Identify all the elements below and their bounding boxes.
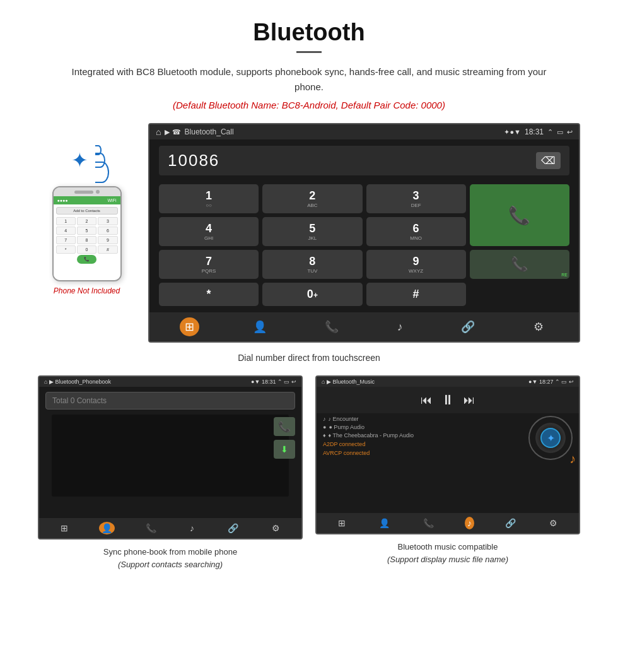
phonebook-empty-list: [52, 415, 289, 497]
music-bottombar: ⊞ 👤 📞 ♪ 🔗 ⚙: [317, 513, 579, 533]
bottom-icon-call-transfer[interactable]: 📞: [320, 317, 344, 336]
bt-status-icon: ✦●▼: [504, 128, 521, 136]
phone-add-contact-btn: Add to Contacts: [56, 207, 118, 215]
next-track-button[interactable]: ⏭: [464, 394, 475, 407]
phone-side: ✦ ●●●● WiFi Add to Contacts: [38, 142, 136, 295]
status-right: ✦●▼ 18:31 ⌃ ▭ ↩: [504, 127, 573, 136]
prev-track-button[interactable]: ⏮: [421, 394, 432, 407]
phone-screen: Add to Contacts 1 2 3 4 5 6 7 8 9 * 0 #: [54, 204, 120, 280]
phone-mockup: ●●●● WiFi Add to Contacts 1 2 3 4 5 6 7 …: [52, 186, 122, 281]
dial-key-6[interactable]: 6MNO: [366, 217, 466, 246]
avrcp-status: AVRCP connected: [323, 450, 523, 456]
screen-title: Bluetooth_Call: [185, 127, 234, 136]
backspace-button[interactable]: ⌫: [536, 152, 561, 169]
music-bottom-music[interactable]: ♪: [465, 517, 474, 529]
phonebook-screen: ⌂ ▶ Bluetooth_Phonebook ●▼ 18:31 ⌃ ▭ ↩ T…: [38, 375, 303, 539]
music-status-right: ●▼ 18:27 ⌃ ▭ ↩: [528, 379, 574, 385]
pb-status-right: ●▼ 18:31 ⌃ ▭ ↩: [251, 379, 296, 385]
pb-status-left: ⌂ ▶ Bluetooth_Phonebook: [44, 379, 111, 385]
phonebook-download-btn[interactable]: ⬇: [274, 440, 295, 459]
phonebook-search-field[interactable]: Total 0 Contacts: [45, 392, 295, 410]
dial-key-1[interactable]: 1○○: [159, 184, 259, 213]
phone-camera-dot: [96, 190, 100, 194]
status-left: ⌂ ▶ ☎ Bluetooth_Call: [156, 127, 234, 137]
phone-key-2: 2: [77, 217, 96, 225]
phonebook-caption-sub: (Support contacts searching): [118, 560, 223, 569]
dial-key-star[interactable]: *: [159, 283, 259, 306]
dial-key-9[interactable]: 9WXYZ: [366, 250, 466, 279]
music-bottom-contacts[interactable]: 👤: [376, 517, 392, 529]
play-pause-button[interactable]: ⏸: [441, 392, 455, 408]
dial-key-0[interactable]: 0+: [262, 283, 362, 306]
pb-bottom-call[interactable]: 📞: [143, 522, 159, 534]
dial-key-7[interactable]: 7PQRS: [159, 250, 259, 279]
phone-top-bar: [54, 187, 120, 196]
bottom-icon-music[interactable]: ♪: [392, 318, 408, 336]
dialer-number: 10086: [168, 151, 219, 170]
pb-bottom-settings[interactable]: ⚙: [269, 522, 283, 534]
phone-key-5: 5: [77, 227, 96, 235]
dial-key-3[interactable]: 3DEF: [366, 184, 466, 213]
dial-key-8[interactable]: 8TUV: [262, 250, 362, 279]
phone-signal: ●●●●: [57, 198, 68, 203]
dial-key-2[interactable]: 2ABC: [262, 184, 362, 213]
music-content: ⏮ ⏸ ⏭ ♪ ♪ Encounter ● ● Pump Aud: [317, 387, 579, 513]
audio-icon: ●: [323, 424, 326, 430]
expand-icon: ⌃: [547, 128, 553, 136]
bottom-icon-link[interactable]: 🔗: [456, 317, 480, 336]
status-icons: ▶ ☎: [165, 128, 180, 136]
phone-key-1: 1: [56, 217, 76, 225]
screen-bottombar: ⊞ 👤 📞 ♪ 🔗 ⚙: [149, 312, 579, 341]
bluetooth-symbol-icon: ✦: [71, 148, 88, 172]
phone-key-0: 0: [77, 245, 96, 254]
bottom-icon-settings[interactable]: ⚙: [528, 317, 549, 336]
music-track-3: ♦ ♦ The Cheebacabra - Pump Audio: [323, 432, 523, 439]
phone-key-star: *: [56, 245, 76, 254]
music-bottom-call[interactable]: 📞: [421, 517, 436, 529]
phone-not-included-label: Phone Not Included: [54, 286, 120, 295]
pb-bottom-link[interactable]: 🔗: [225, 522, 241, 534]
call-button-green[interactable]: 📞: [470, 184, 569, 246]
wave-lg: [95, 162, 109, 183]
home-icon: ⌂: [156, 127, 161, 137]
bottom-screens-row: ⌂ ▶ Bluetooth_Phonebook ●▼ 18:31 ⌃ ▭ ↩ T…: [38, 375, 580, 570]
phone-call-button[interactable]: 📞: [77, 255, 96, 264]
vinyl-record: ✦: [528, 416, 573, 460]
music-status-left: ⌂ ▶ Bluetooth_Music: [322, 379, 375, 385]
music-bottom-settings[interactable]: ⚙: [547, 517, 560, 529]
phone-key-hash: #: [98, 245, 117, 254]
music-bottom-link[interactable]: 🔗: [503, 517, 518, 529]
phonebook-content: Total 0 Contacts 📞 ⬇: [39, 392, 301, 518]
bottom-icon-dialpad[interactable]: ⊞: [180, 317, 199, 336]
phone-key-8: 8: [77, 236, 96, 244]
music-statusbar: ⌂ ▶ Bluetooth_Music ●▼ 18:27 ⌃ ▭ ↩: [317, 377, 579, 387]
status-time: 18:31: [525, 127, 544, 136]
dial-key-hash[interactable]: #: [366, 283, 466, 306]
pb-bottom-music[interactable]: ♪: [187, 522, 197, 534]
pb-bottom-contacts[interactable]: 👤: [99, 522, 115, 534]
phone-key-6: 6: [98, 227, 117, 235]
phonebook-call-btn[interactable]: 📞: [274, 417, 295, 436]
default-info-text: (Default Bluetooth Name: BC8-Android, De…: [38, 100, 580, 110]
phone-key-3: 3: [98, 217, 117, 225]
header-section: Bluetooth Integrated with BC8 Bluetooth …: [38, 19, 580, 110]
phone-key-9: 9: [98, 236, 117, 244]
dial-key-4[interactable]: 4GHI: [159, 217, 259, 246]
dial-key-5[interactable]: 5JKL: [262, 217, 362, 246]
music-caption-main: Bluetooth music compatible: [398, 542, 498, 551]
music-caption: Bluetooth music compatible (Support disp…: [387, 541, 508, 565]
phone-key-4: 4: [56, 227, 76, 235]
signal-waves-icon: [95, 145, 109, 183]
a2dp-status: A2DP connected: [323, 441, 523, 447]
page-title: Bluetooth: [38, 19, 580, 46]
pb-bottom-dialpad[interactable]: ⊞: [58, 522, 71, 534]
music-info-area: ♪ ♪ Encounter ● ● Pump Audio ♦ ♦ The Che…: [317, 413, 579, 463]
music-bottom-dialpad[interactable]: ⊞: [335, 517, 348, 529]
music-track-1: ♪ ♪ Encounter: [323, 416, 523, 422]
call-button-redial[interactable]: 📞RE: [470, 250, 569, 279]
phonebook-caption: Sync phone-book from mobile phone (Suppo…: [103, 546, 237, 570]
window-icon: ▭: [557, 128, 563, 136]
bottom-icon-contacts[interactable]: 👤: [248, 317, 272, 336]
dialer-display: 10086 ⌫: [159, 146, 569, 175]
phone-key-7: 7: [56, 236, 76, 244]
